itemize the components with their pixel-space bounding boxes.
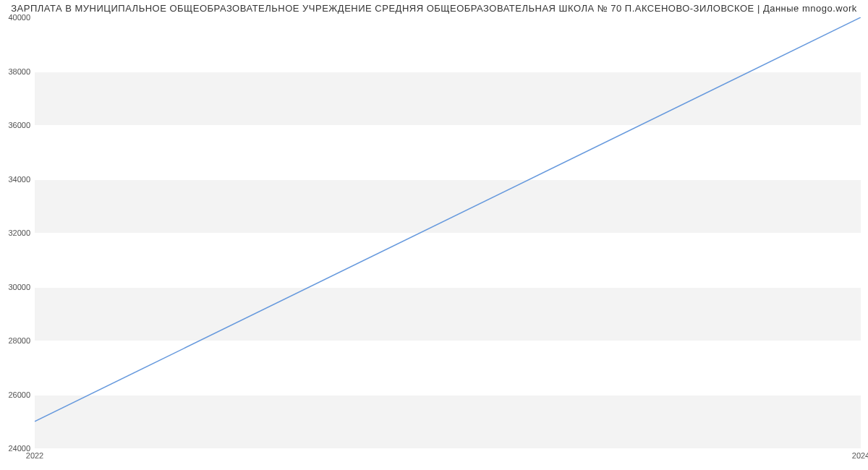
y-tick-label: 38000 [8,67,30,76]
chart-container: 2400026000280003000032000340003600038000… [35,17,861,448]
y-tick-label: 28000 [8,336,30,345]
x-tick-label: 2022 [26,451,43,460]
chart-line-svg [35,17,861,448]
y-tick-label: 32000 [8,228,30,237]
y-tick-label: 36000 [8,121,30,129]
y-tick-label: 30000 [8,283,30,291]
y-tick-label: 26000 [8,390,30,399]
x-tick-label: 2024 [852,451,868,460]
plot-area: 2400026000280003000032000340003600038000… [35,17,861,448]
y-tick-label: 34000 [8,175,30,184]
y-tick-label: 40000 [8,13,30,22]
grid-line [35,448,861,449]
data-line [35,17,861,422]
chart-title: ЗАРПЛАТА В МУНИЦИПАЛЬНОЕ ОБЩЕОБРАЗОВАТЕЛ… [0,0,868,17]
